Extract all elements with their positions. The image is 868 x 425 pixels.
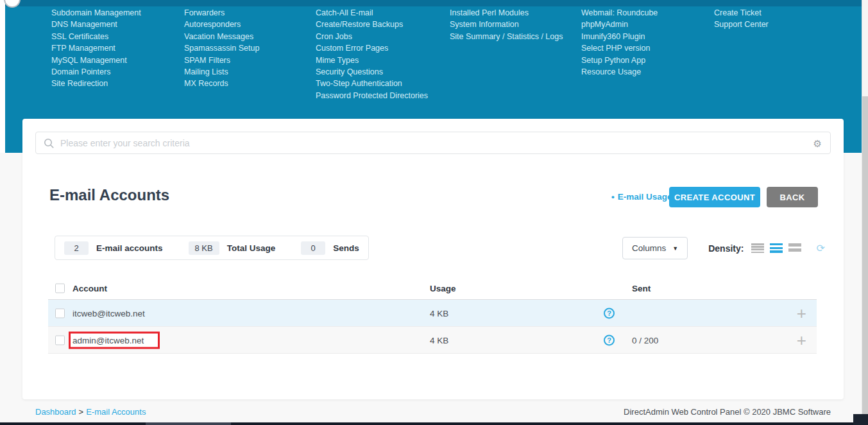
usage-value: 4 KB [430, 308, 448, 318]
menu-dns-management[interactable]: DNS Management [51, 19, 141, 30]
stat-accounts-count: 2 [64, 241, 89, 255]
menu-mime-types[interactable]: Mime Types [316, 55, 428, 66]
menu-mailing-lists[interactable]: Mailing Lists [184, 66, 259, 78]
menu-autoresponders[interactable]: Autoresponders [184, 19, 259, 30]
table-toolbar: Columns ▼ Density: ⟳ [622, 237, 825, 259]
menu-spamassassin-setup[interactable]: Spamassassin Setup [184, 42, 259, 54]
account-email: admin@itcweb.net [72, 335, 144, 345]
menu-system-information[interactable]: System Information [450, 19, 563, 30]
table-row[interactable]: itcweb@itcweb.net 4 KB ? + [48, 300, 817, 327]
density-label: Density: [708, 243, 744, 254]
select-all-checkbox[interactable] [55, 284, 65, 293]
stat-usage-value: 8 KB [189, 241, 219, 255]
row-checkbox[interactable] [55, 335, 65, 345]
breadcrumb-separator: > [79, 407, 84, 417]
bottom-edge-highlight [146, 422, 231, 425]
menu-section-strip [5, 0, 862, 6]
column-header-sent[interactable]: Sent [632, 284, 651, 293]
row-checkbox[interactable] [55, 308, 65, 318]
menu-custom-error-pages[interactable]: Custom Error Pages [316, 42, 428, 54]
menu-ssl-certificates[interactable]: SSL Certificates [51, 31, 141, 42]
directadmin-page: Subdomain Management DNS Management SSL … [0, 0, 868, 425]
account-email: itcweb@itcweb.net [72, 308, 145, 318]
menu-security-questions[interactable]: Security Questions [316, 66, 428, 78]
sent-value: 0 / 200 [632, 335, 658, 345]
menu-column-email: Forwarders Autoresponders Vacation Messa… [184, 7, 259, 90]
question-icon[interactable]: ? [604, 334, 615, 345]
density-normal-icon[interactable] [770, 243, 783, 253]
gear-icon[interactable]: ⚙ [813, 138, 822, 148]
breadcrumb-current-link[interactable]: E-mail Accounts [86, 407, 146, 417]
stat-accounts-label: E-mail accounts [96, 243, 163, 253]
menu-webmail-roundcube[interactable]: Webmail: Roundcube [581, 7, 658, 19]
menu-column-extra: Webmail: Roundcube phpMyAdmin Imunify360… [581, 7, 658, 78]
menu-catch-all-email[interactable]: Catch-All E-mail [316, 7, 428, 19]
density-comfortable-icon[interactable] [788, 243, 801, 253]
menu-two-step-authentication[interactable]: Two-Step Authentication [316, 78, 428, 89]
menu-domain-pointers[interactable]: Domain Pointers [51, 66, 141, 78]
menu-support-center[interactable]: Support Center [714, 19, 769, 30]
menu-create-restore-backups[interactable]: Create/Restore Backups [316, 19, 428, 30]
density-compact-icon[interactable] [751, 243, 764, 253]
usage-value: 4 KB [430, 335, 448, 345]
menu-create-ticket[interactable]: Create Ticket [714, 7, 769, 19]
email-accounts-card: ⚙ E-mail Accounts •E-mail Usage CREATE A… [22, 119, 844, 399]
menu-cron-jobs[interactable]: Cron Jobs [316, 31, 428, 42]
expand-row-icon[interactable]: + [797, 307, 806, 320]
menu-spam-filters[interactable]: SPAM Filters [184, 55, 259, 66]
menu-mysql-management[interactable]: MySQL Management [51, 55, 141, 66]
menu-select-php-version[interactable]: Select PHP version [581, 42, 658, 54]
menu-setup-python-app[interactable]: Setup Python App [581, 55, 658, 66]
table-row[interactable]: admin@itcweb.net 4 KB ? 0 / 200 + [48, 327, 817, 354]
email-usage-link[interactable]: •E-mail Usage [611, 192, 672, 202]
menu-column-system: Installed Perl Modules System Informatio… [450, 7, 563, 42]
stat-sends-value: 0 [301, 241, 325, 255]
menu-column-account: Subdomain Management DNS Management SSL … [51, 7, 141, 90]
stat-sends-label: Sends [333, 243, 359, 253]
column-header-usage[interactable]: Usage [430, 284, 456, 293]
column-header-account[interactable]: Account [72, 284, 107, 293]
menu-site-redirection[interactable]: Site Redirection [51, 78, 141, 89]
menu-column-advanced: Catch-All E-mail Create/Restore Backups … [316, 7, 428, 101]
refresh-icon[interactable]: ⟳ [816, 243, 824, 254]
menu-installed-perl-modules[interactable]: Installed Perl Modules [450, 7, 563, 19]
stats-bar: 2 E-mail accounts 8 KB Total Usage 0 Sen… [55, 236, 369, 260]
copyright-text: DirectAdmin Web Control Panel © 2020 JBM… [624, 407, 831, 417]
email-accounts-table: Account Usage Sent itcweb@itcweb.net 4 K… [48, 277, 817, 354]
menu-column-support: Create Ticket Support Center [714, 7, 769, 31]
columns-dropdown[interactable]: Columns ▼ [622, 237, 688, 259]
bottom-right-corner [853, 414, 868, 425]
breadcrumb-dashboard-link[interactable]: Dashboard [35, 407, 76, 417]
scrollbar-thumb[interactable] [862, 96, 868, 414]
vertical-scrollbar[interactable] [862, 0, 868, 425]
menu-forwarders[interactable]: Forwarders [184, 7, 259, 19]
chevron-down-icon: ▼ [672, 245, 678, 252]
page-title: E-mail Accounts [49, 186, 169, 204]
menu-password-protected-directories[interactable]: Password Protected Directories [316, 90, 428, 101]
menu-phpmyadmin[interactable]: phpMyAdmin [581, 19, 658, 30]
breadcrumb: Dashboard>E-mail Accounts [35, 407, 146, 417]
menu-mx-records[interactable]: MX Records [184, 78, 259, 89]
menu-site-summary-statistics-logs[interactable]: Site Summary / Statistics / Logs [450, 31, 563, 42]
bullet-icon: • [611, 192, 615, 202]
red-annotation-box: admin@itcweb.net [69, 331, 160, 349]
menu-imunify360-plugin[interactable]: Imunify360 Plugin [581, 31, 658, 42]
table-header-row: Account Usage Sent [48, 277, 817, 300]
back-button[interactable]: BACK [767, 187, 818, 207]
stat-usage-label: Total Usage [227, 243, 276, 253]
menu-resource-usage[interactable]: Resource Usage [581, 66, 658, 78]
create-account-button[interactable]: CREATE ACCOUNT [669, 187, 760, 207]
bottom-edge-bar [0, 422, 868, 425]
menu-subdomain-management[interactable]: Subdomain Management [51, 7, 141, 19]
question-icon[interactable]: ? [604, 308, 615, 318]
search-input[interactable] [36, 132, 830, 153]
expand-row-icon[interactable]: + [797, 334, 806, 347]
search-bar: ⚙ [35, 132, 831, 154]
menu-vacation-messages[interactable]: Vacation Messages [184, 31, 259, 42]
menu-ftp-management[interactable]: FTP Management [51, 42, 141, 54]
